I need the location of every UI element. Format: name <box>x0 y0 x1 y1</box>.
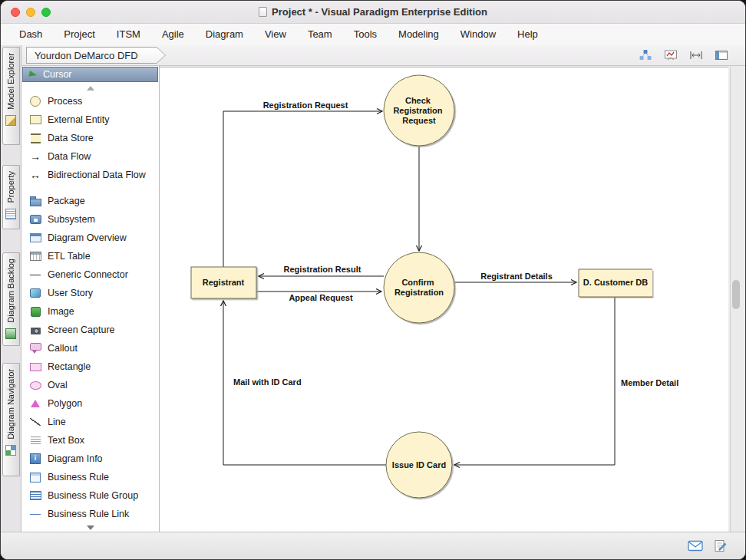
process-icon <box>28 95 42 107</box>
flow-label[interactable]: Appeal Request <box>289 293 352 302</box>
side-tab-diagram-navigator[interactable]: Diagram Navigator <box>2 363 20 476</box>
flow-label[interactable]: Registration Result <box>284 265 361 274</box>
palette-scroll-up-icon[interactable] <box>87 86 94 91</box>
process-confirm-registration[interactable]: Confirm Registration <box>384 252 454 323</box>
palette-item-label: Screen Capture <box>48 324 115 335</box>
palette-item-label: Business Rule Group <box>48 490 138 501</box>
data-store-customer-db[interactable]: D. Customer DB <box>579 269 652 297</box>
tool-palette: Cursor Process External Entity Data Stor… <box>21 66 160 532</box>
flow-label[interactable]: Mail with ID Card <box>233 377 302 387</box>
fit-width-icon[interactable] <box>688 48 705 63</box>
palette-item-polygon[interactable]: Polygon <box>21 394 159 413</box>
palette-item-generic-connector[interactable]: Generic Connector <box>21 265 159 284</box>
diagram-tab-label: Yourdon DeMarco DFD <box>35 50 138 61</box>
palette-item-bidirectional-data-flow[interactable]: Bidirectional Data Flow <box>21 166 159 184</box>
callout-icon <box>28 342 42 354</box>
diagram-navigator-icon <box>5 445 16 456</box>
side-tab-label: Diagram Navigator <box>6 369 15 440</box>
palette-item-package[interactable]: Package <box>21 192 159 210</box>
palette-item-rectangle[interactable]: Rectangle <box>21 357 159 376</box>
palette-item-label: Business Rule Link <box>48 509 129 519</box>
palette-item-label: Process <box>48 96 82 107</box>
model-explorer-icon <box>5 115 16 126</box>
palette-item-business-rule-link[interactable]: Business Rule Link <box>21 505 159 523</box>
property-icon <box>5 209 16 219</box>
oval-icon <box>28 379 42 391</box>
edit-note-icon[interactable] <box>714 539 727 552</box>
flow-label[interactable]: Registrant Details <box>480 272 553 281</box>
palette-item-etl-table[interactable]: ETL Table <box>21 247 159 265</box>
palette-item-label: Text Box <box>48 435 84 446</box>
window-title: Project * - Visual Paradigm Enterprise E… <box>272 6 487 18</box>
palette-item-diagram-overview[interactable]: Diagram Overview <box>21 229 159 247</box>
data-flow-icon <box>28 150 42 163</box>
layout-hierarchy-icon[interactable] <box>637 48 654 63</box>
palette-item-label: Callout <box>48 343 78 354</box>
menu-window[interactable]: Window <box>450 24 507 45</box>
menu-diagram[interactable]: Diagram <box>195 24 254 45</box>
diagram-tab[interactable]: Yourdon DeMarco DFD <box>26 47 166 64</box>
palette-item-label: Diagram Info <box>48 453 103 464</box>
vertical-scrollbar[interactable] <box>730 67 741 532</box>
palette-item-callout[interactable]: Callout <box>21 339 159 357</box>
palette-item-diagram-info[interactable]: Diagram Info <box>21 450 159 468</box>
mail-icon[interactable] <box>688 540 703 552</box>
palette-item-subsystem[interactable]: Subsystem <box>21 210 159 229</box>
data-store-icon <box>28 132 42 144</box>
presentation-icon[interactable] <box>662 48 679 63</box>
diagram-overview-icon <box>28 232 42 244</box>
process-issue-id-card[interactable]: Issue ID Card <box>386 432 452 498</box>
process-check-registration-request[interactable]: Check Registration Request <box>384 75 454 146</box>
status-bar <box>1 532 745 559</box>
business-rule-icon <box>28 471 42 483</box>
palette-item-line[interactable]: Line <box>21 413 159 431</box>
side-tab-property[interactable]: Property <box>2 165 20 229</box>
business-rule-group-icon <box>28 489 42 502</box>
menu-help[interactable]: Help <box>507 24 549 45</box>
palette-item-business-rule[interactable]: Business Rule <box>21 468 159 486</box>
menu-agile[interactable]: Agile <box>151 24 195 45</box>
palette-item-label: Cursor <box>43 69 72 80</box>
flow-label[interactable]: Member Detail <box>621 378 678 387</box>
side-tab-model-explorer[interactable]: Model Explorer <box>2 47 20 145</box>
close-button[interactable] <box>11 8 20 17</box>
menu-tools[interactable]: Tools <box>343 24 388 45</box>
palette-item-business-rule-group[interactable]: Business Rule Group <box>21 486 159 505</box>
palette-item-text-box[interactable]: Text Box <box>21 431 159 450</box>
palette-item-screen-capture[interactable]: Screen Capture <box>21 321 159 339</box>
menu-project[interactable]: Project <box>53 24 105 45</box>
subsystem-icon <box>28 213 42 226</box>
menu-dash[interactable]: Dash <box>8 24 53 45</box>
minimize-button[interactable] <box>26 8 35 17</box>
palette-scroll-down-icon[interactable] <box>87 525 94 530</box>
side-tab-diagram-backlog[interactable]: Diagram Backlog <box>2 252 20 346</box>
flow-registration-request[interactable] <box>223 111 382 267</box>
menu-itsm[interactable]: ITSM <box>106 24 151 45</box>
palette-item-image[interactable]: Image <box>21 302 159 321</box>
package-icon <box>28 195 42 207</box>
cursor-icon <box>28 71 37 78</box>
palette-item-label: Generic Connector <box>48 269 128 280</box>
external-entity-icon <box>28 114 42 126</box>
palette-item-label: Bidirectional Data Flow <box>48 170 146 180</box>
palette-item-external-entity[interactable]: External Entity <box>21 110 159 129</box>
flow-member-detail[interactable] <box>454 297 615 465</box>
panels-icon[interactable] <box>713 48 730 63</box>
diagram-canvas[interactable]: Registration Request Registration Result… <box>160 67 728 532</box>
document-icon <box>259 7 267 17</box>
external-entity-registrant[interactable]: Registrant <box>191 267 256 298</box>
palette-item-cursor[interactable]: Cursor <box>22 67 158 82</box>
flow-label[interactable]: Registration Request <box>263 100 348 110</box>
menu-modeling[interactable]: Modeling <box>388 24 450 45</box>
palette-item-data-store[interactable]: Data Store <box>21 129 159 147</box>
scrollbar-thumb[interactable] <box>732 280 740 309</box>
palette-item-process[interactable]: Process <box>21 92 159 110</box>
menu-view[interactable]: View <box>254 24 297 45</box>
zoom-button[interactable] <box>41 8 51 17</box>
palette-item-label: Image <box>48 306 74 317</box>
image-icon <box>28 305 42 318</box>
palette-item-data-flow[interactable]: Data Flow <box>21 147 159 166</box>
menu-team[interactable]: Team <box>297 24 343 45</box>
palette-item-user-story[interactable]: User Story <box>21 284 159 302</box>
palette-item-oval[interactable]: Oval <box>21 376 159 394</box>
